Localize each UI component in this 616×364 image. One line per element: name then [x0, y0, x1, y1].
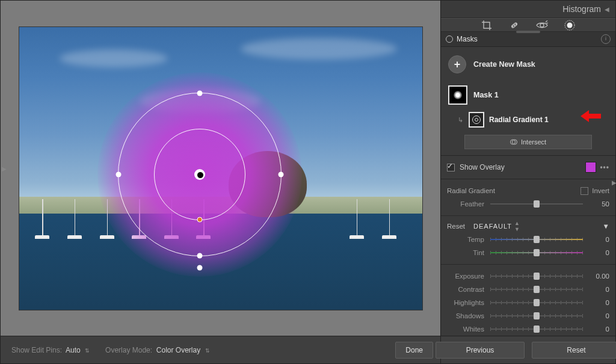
mask-label: Mask 1: [473, 91, 499, 99]
tool-strip: [441, 18, 615, 32]
mask-item-1[interactable]: Mask 1: [447, 82, 609, 108]
intersect-label: Intersect: [521, 138, 546, 146]
svg-marker-9: [581, 110, 601, 122]
mask-subitem-radial[interactable]: ↳ Radial Gradient 1: [447, 108, 609, 131]
exposure-slider[interactable]: [490, 272, 583, 280]
svg-point-1: [512, 26, 513, 26]
photo-preview[interactable]: [19, 26, 423, 310]
intersect-icon: [510, 138, 517, 146]
show-overlay-label: Show Overlay: [460, 163, 505, 171]
tint-slider[interactable]: [490, 248, 583, 257]
svg-point-4: [540, 23, 544, 27]
feather-slider[interactable]: [490, 200, 583, 208]
whites-slider[interactable]: [490, 325, 583, 333]
slider-label: Tint: [447, 249, 484, 256]
invert-label: Invert: [592, 187, 609, 194]
slider-value[interactable]: 0: [588, 236, 609, 243]
plus-icon: +: [448, 55, 466, 73]
panel-expand-right-icon[interactable]: ▶: [612, 179, 615, 185]
info-icon[interactable]: i: [601, 34, 611, 44]
center-pin[interactable]: [194, 169, 205, 180]
slider-label: Exposure: [447, 273, 484, 280]
svg-point-2: [514, 25, 514, 25]
heal-tool-icon[interactable]: [508, 19, 520, 31]
svg-line-6: [546, 23, 548, 23]
invert-checkbox[interactable]: [581, 187, 588, 195]
overlay-color-swatch[interactable]: [585, 162, 596, 173]
redeye-tool-icon[interactable]: [536, 19, 548, 31]
masks-panel-header[interactable]: Masks i: [441, 32, 615, 47]
shadows-slider[interactable]: [490, 312, 583, 320]
slider-label: Temp: [447, 236, 484, 243]
create-new-mask-button[interactable]: + Create New Mask: [447, 53, 609, 82]
radial-thumb-icon: [469, 112, 484, 128]
histogram-header[interactable]: Histogram ◀: [441, 1, 615, 18]
feather-label: Feather: [447, 200, 484, 208]
mask-icon: [446, 35, 453, 43]
disclose-icon[interactable]: ▼: [603, 223, 609, 230]
canvas-area[interactable]: ▶: [1, 1, 440, 336]
svg-point-8: [567, 22, 573, 28]
show-overlay-checkbox[interactable]: [447, 164, 455, 171]
updown-icon: ⇅: [205, 348, 210, 354]
updown-icon: ▲▼: [514, 220, 520, 232]
collapse-icon[interactable]: ◀: [605, 6, 609, 13]
done-button[interactable]: Done: [395, 342, 433, 359]
reset-button[interactable]: Reset: [532, 342, 616, 359]
feather-value[interactable]: 50: [588, 200, 609, 208]
mask-thumb: [448, 85, 467, 105]
slider-label: Shadows: [447, 312, 484, 319]
slider-value[interactable]: 0.00: [588, 273, 609, 280]
crop-tool-icon[interactable]: [481, 19, 493, 31]
slider-label: Highlights: [447, 299, 484, 306]
histogram-title: Histogram: [562, 4, 601, 14]
reset-link[interactable]: Reset: [447, 223, 465, 230]
subitem-arrow-icon: ↳: [458, 116, 464, 124]
slider-value[interactable]: 0: [588, 249, 609, 256]
updown-icon: ⇅: [85, 348, 90, 354]
create-mask-label: Create New Mask: [473, 60, 535, 69]
slider-label: Whites: [447, 325, 484, 333]
previous-button[interactable]: Previous: [436, 342, 525, 359]
slider-value[interactable]: 0: [588, 325, 609, 333]
panel-expand-left-icon[interactable]: ▶: [2, 165, 7, 171]
intersect-button[interactable]: Intersect: [464, 135, 592, 149]
show-edit-pins-menu[interactable]: Show Edit Pins: Auto ⇅: [11, 346, 90, 354]
masks-title: Masks: [457, 35, 478, 43]
show-overlay-row: Show Overlay •••: [441, 156, 615, 179]
slider-value[interactable]: 0: [588, 299, 609, 306]
slider-value[interactable]: 0: [588, 312, 609, 319]
slider-label: Contrast: [447, 286, 484, 293]
highlights-slider[interactable]: [490, 298, 583, 307]
radial-section-title: Radial Gradient: [447, 187, 495, 194]
masking-tool-icon[interactable]: [564, 19, 576, 31]
contrast-slider[interactable]: [490, 285, 583, 294]
overlay-mode-menu[interactable]: Overlay Mode: Color Overlay ⇅: [105, 346, 209, 354]
subitem-label: Radial Gradient 1: [489, 116, 549, 124]
overlay-more-icon[interactable]: •••: [600, 163, 609, 171]
right-panel: Histogram ◀ Masks i + Create New: [440, 1, 615, 336]
svg-point-3: [516, 23, 516, 24]
handle-left[interactable]: [116, 171, 121, 177]
slider-value[interactable]: 0: [588, 286, 609, 293]
preset-menu[interactable]: DEAFAULT ▲▼: [473, 220, 520, 232]
footer: Show Edit Pins: Auto ⇅ Overlay Mode: Col…: [1, 336, 615, 363]
svg-line-5: [546, 20, 547, 22]
temp-slider[interactable]: [490, 235, 583, 244]
